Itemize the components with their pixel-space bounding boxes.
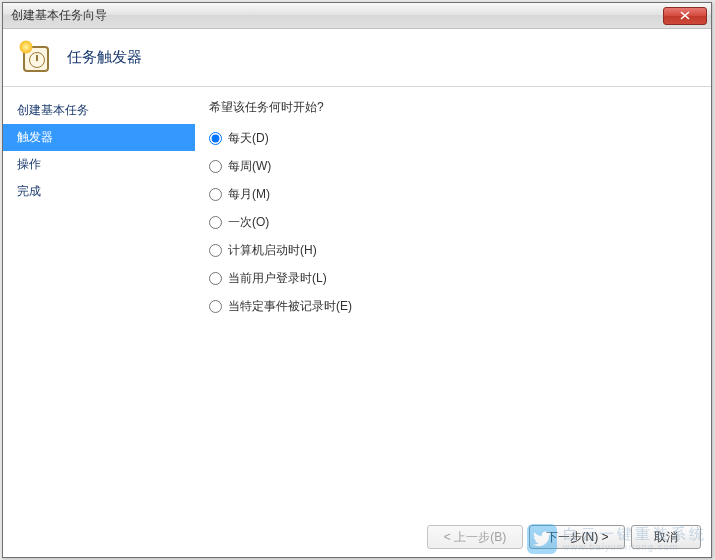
radio-label[interactable]: 当特定事件被记录时(E) [228,298,352,315]
wizard-content: 创建基本任务 触发器 操作 完成 希望该任务何时开始? 每天(D) 每周(W) … [3,87,711,525]
radio-label[interactable]: 一次(O) [228,214,269,231]
sidebar-item-create-task[interactable]: 创建基本任务 [3,97,195,124]
titlebar-text: 创建基本任务向导 [11,7,663,24]
radio-input-once[interactable] [209,216,222,229]
radio-input-weekly[interactable] [209,160,222,173]
task-scheduler-icon [21,42,53,74]
wizard-button-bar: < 上一步(B) 下一步(N) > 取消 [427,525,701,549]
wizard-sidebar: 创建基本任务 触发器 操作 完成 [3,87,195,525]
radio-once[interactable]: 一次(O) [209,214,697,231]
radio-daily[interactable]: 每天(D) [209,130,697,147]
radio-monthly[interactable]: 每月(M) [209,186,697,203]
radio-input-monthly[interactable] [209,188,222,201]
sidebar-item-trigger[interactable]: 触发器 [3,124,195,151]
next-button[interactable]: 下一步(N) > [529,525,625,549]
prompt-text: 希望该任务何时开始? [209,99,697,116]
back-button: < 上一步(B) [427,525,523,549]
titlebar: 创建基本任务向导 [3,3,711,29]
cancel-button[interactable]: 取消 [631,525,701,549]
radio-label[interactable]: 每月(M) [228,186,270,203]
radio-startup[interactable]: 计算机启动时(H) [209,242,697,259]
radio-input-logon[interactable] [209,272,222,285]
close-button[interactable] [663,7,707,25]
radio-input-startup[interactable] [209,244,222,257]
radio-weekly[interactable]: 每周(W) [209,158,697,175]
wizard-dialog: 创建基本任务向导 任务触发器 创建基本任务 触发器 操作 完成 希望该任务何时开… [2,2,712,558]
sidebar-item-action[interactable]: 操作 [3,151,195,178]
wizard-main-pane: 希望该任务何时开始? 每天(D) 每周(W) 每月(M) 一次(O) [195,87,711,525]
radio-label[interactable]: 每天(D) [228,130,269,147]
radio-input-daily[interactable] [209,132,222,145]
sidebar-item-finish[interactable]: 完成 [3,178,195,205]
wizard-header: 任务触发器 [3,29,711,87]
radio-label[interactable]: 每周(W) [228,158,271,175]
radio-label[interactable]: 当前用户登录时(L) [228,270,327,287]
wizard-page-title: 任务触发器 [67,48,142,67]
radio-input-event[interactable] [209,300,222,313]
radio-logon[interactable]: 当前用户登录时(L) [209,270,697,287]
close-icon [680,11,690,20]
trigger-radio-group: 每天(D) 每周(W) 每月(M) 一次(O) 计算机启动时(H) [209,130,697,315]
radio-label[interactable]: 计算机启动时(H) [228,242,317,259]
radio-event[interactable]: 当特定事件被记录时(E) [209,298,697,315]
